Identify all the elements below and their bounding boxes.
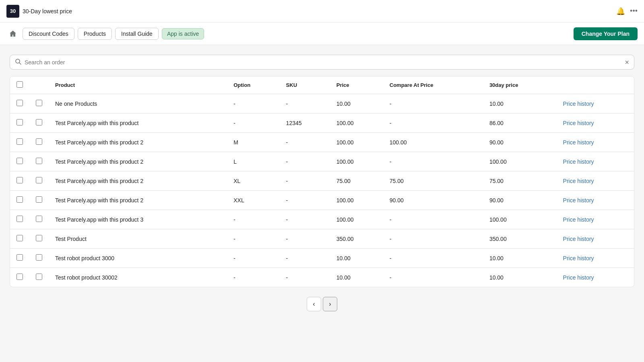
row-option-4: XL [227, 171, 279, 191]
row-checkbox2-outer [29, 152, 49, 171]
row-30day-8: 10.00 [483, 249, 557, 268]
row-checkbox-outer [10, 113, 29, 133]
row-sub-checkbox-6[interactable] [36, 216, 42, 222]
row-checkbox-7[interactable] [17, 235, 23, 241]
row-sub-checkbox-0[interactable] [36, 100, 42, 106]
search-input[interactable] [25, 59, 621, 66]
header-checkbox-col [10, 76, 29, 94]
row-option-5: XXL [227, 191, 279, 210]
row-sub-checkbox-2[interactable] [36, 138, 42, 145]
row-sub-checkbox-9[interactable] [36, 274, 42, 280]
pagination: ‹ › [10, 287, 634, 321]
search-icon [15, 58, 21, 66]
row-sku-6: - [280, 210, 330, 229]
bell-icon[interactable]: 🔔 [616, 7, 625, 16]
row-sku-9: - [280, 268, 330, 287]
row-checkbox-8[interactable] [17, 254, 23, 261]
price-history-link-4[interactable]: Price history [563, 178, 594, 184]
row-price-history-4: Price history [557, 171, 634, 191]
row-sub-checkbox-7[interactable] [36, 235, 42, 241]
row-sub-checkbox-4[interactable] [36, 177, 42, 183]
row-checkbox-outer [10, 210, 29, 229]
row-compare-at-0: - [383, 94, 483, 113]
row-30day-9: 10.00 [483, 268, 557, 287]
price-history-link-7[interactable]: Price history [563, 236, 594, 242]
price-history-link-0[interactable]: Price history [563, 101, 594, 107]
table-row: Test robot product 3000 - - 10.00 - 10.0… [10, 249, 634, 268]
row-30day-4: 75.00 [483, 171, 557, 191]
row-price-history-3: Price history [557, 152, 634, 171]
row-price-2: 100.00 [330, 133, 383, 152]
row-checkbox2-outer [29, 210, 49, 229]
row-price-3: 100.00 [330, 152, 383, 171]
row-compare-at-1: - [383, 113, 483, 133]
search-clear-icon[interactable]: × [625, 59, 629, 66]
header-30day-price: 30day price [483, 76, 557, 94]
search-bar: × [10, 55, 634, 70]
row-option-2: M [227, 133, 279, 152]
row-checkbox2-outer [29, 229, 49, 249]
row-option-8: - [227, 249, 279, 268]
row-price-history-9: Price history [557, 268, 634, 287]
change-plan-button[interactable]: Change Your Plan [574, 27, 638, 40]
row-checkbox2-outer [29, 171, 49, 191]
price-history-link-9[interactable]: Price history [563, 274, 594, 281]
price-history-link-6[interactable]: Price history [563, 216, 594, 223]
row-checkbox2-outer [29, 113, 49, 133]
install-guide-button[interactable]: Install Guide [115, 28, 159, 40]
row-price-7: 350.00 [330, 229, 383, 249]
main-content: × Product Option SKU Price Compare At Pr… [0, 45, 644, 331]
app-logo: 30 [6, 5, 19, 18]
table-row: Test robot product 30002 - - 10.00 - 10.… [10, 268, 634, 287]
row-product-2: Test Parcely.app with this product 2 [49, 133, 227, 152]
price-history-link-8[interactable]: Price history [563, 255, 594, 261]
row-checkbox-2[interactable] [17, 138, 23, 145]
row-checkbox2-outer [29, 268, 49, 287]
table-row: Test Product - - 350.00 - 350.00 Price h… [10, 229, 634, 249]
products-button[interactable]: Products [78, 28, 112, 40]
more-icon[interactable]: ••• [630, 7, 638, 16]
row-sku-0: - [280, 94, 330, 113]
row-checkbox-3[interactable] [17, 158, 23, 164]
row-checkbox-1[interactable] [17, 119, 23, 125]
row-checkbox2-outer [29, 133, 49, 152]
row-option-6: - [227, 210, 279, 229]
row-30day-1: 86.00 [483, 113, 557, 133]
table-row: Test Parcely.app with this product 2 XL … [10, 171, 634, 191]
row-checkbox-4[interactable] [17, 177, 23, 183]
row-price-history-0: Price history [557, 94, 634, 113]
row-checkbox-5[interactable] [17, 196, 23, 203]
price-history-link-2[interactable]: Price history [563, 139, 594, 146]
row-product-4: Test Parcely.app with this product 2 [49, 171, 227, 191]
price-history-link-1[interactable]: Price history [563, 120, 594, 126]
home-icon[interactable] [6, 27, 19, 40]
row-option-7: - [227, 229, 279, 249]
row-sub-checkbox-5[interactable] [36, 196, 42, 203]
row-sub-checkbox-3[interactable] [36, 158, 42, 164]
row-sku-4: - [280, 171, 330, 191]
row-compare-at-8: - [383, 249, 483, 268]
next-page-button[interactable]: › [323, 297, 337, 311]
svg-line-1 [19, 63, 21, 64]
row-30day-7: 350.00 [483, 229, 557, 249]
row-product-9: Test robot product 30002 [49, 268, 227, 287]
prev-page-button[interactable]: ‹ [307, 297, 321, 311]
header-actions [557, 76, 634, 94]
row-checkbox-6[interactable] [17, 216, 23, 222]
row-sub-checkbox-1[interactable] [36, 119, 42, 125]
discount-codes-button[interactable]: Discount Codes [23, 28, 74, 40]
table-row: Test Parcely.app with this product 2 XXL… [10, 191, 634, 210]
row-product-8: Test robot product 3000 [49, 249, 227, 268]
price-history-link-5[interactable]: Price history [563, 197, 594, 204]
price-history-link-3[interactable]: Price history [563, 158, 594, 165]
table-row: Test Parcely.app with this product - 123… [10, 113, 634, 133]
row-price-history-5: Price history [557, 191, 634, 210]
row-checkbox-outer [10, 94, 29, 113]
row-option-1: - [227, 113, 279, 133]
row-sub-checkbox-8[interactable] [36, 254, 42, 261]
row-checkbox-9[interactable] [17, 274, 23, 280]
row-checkbox-0[interactable] [17, 100, 23, 106]
select-all-checkbox[interactable] [17, 81, 23, 88]
row-30day-5: 90.00 [483, 191, 557, 210]
row-sku-5: - [280, 191, 330, 210]
